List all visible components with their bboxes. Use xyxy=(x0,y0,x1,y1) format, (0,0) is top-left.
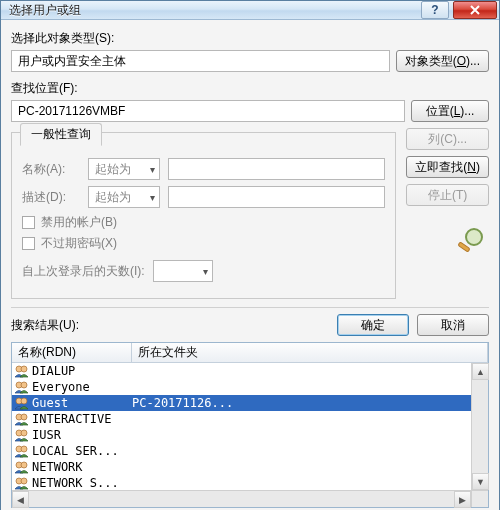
divider xyxy=(11,307,489,308)
svg-point-0 xyxy=(466,229,482,245)
user-group-icon xyxy=(14,428,30,442)
scroll-down-icon[interactable]: ▼ xyxy=(472,473,489,490)
object-type-value: 用户或内置安全主体 xyxy=(11,50,390,72)
mnemonic: N xyxy=(467,160,476,174)
table-body[interactable]: DIALUPEveryoneGuestPC-20171126...INTERAC… xyxy=(12,363,488,507)
row-name: NETWORK xyxy=(32,460,132,474)
row-name: IUSR xyxy=(32,428,132,442)
chevron-down-icon: ▾ xyxy=(203,266,208,277)
nonexpiring-password-checkbox[interactable] xyxy=(22,237,35,250)
name-label: 名称(A): xyxy=(22,161,80,178)
user-group-icon xyxy=(14,396,30,410)
table-row[interactable]: GuestPC-20171126... xyxy=(12,395,488,411)
user-group-icon xyxy=(14,476,30,490)
results-table: 名称(RDN) 所在文件夹 DIALUPEveryoneGuestPC-2017… xyxy=(11,342,489,508)
magnifier-icon xyxy=(454,227,488,253)
common-queries-group: 一般性查询 名称(A): 起始为 ▾ 描述(D): xyxy=(11,132,396,299)
col-folder-header[interactable]: 所在文件夹 xyxy=(132,343,488,362)
scrollbar-corner xyxy=(471,490,488,507)
row-name: Guest xyxy=(32,396,132,410)
days-since-logon-select[interactable]: ▾ xyxy=(153,260,213,282)
svg-point-7 xyxy=(21,398,27,404)
dialog-window: 选择用户或组 ? 选择此对象类型(S): 用户或内置安全主体 对象类型(O)..… xyxy=(0,0,500,510)
row-folder: PC-20171126... xyxy=(132,396,486,410)
table-row[interactable]: DIALUP xyxy=(12,363,488,379)
table-row[interactable]: NETWORK S... xyxy=(12,475,488,491)
search-results-label: 搜索结果(U): xyxy=(11,317,79,334)
table-row[interactable]: NETWORK xyxy=(12,459,488,475)
name-input[interactable] xyxy=(168,158,385,180)
scroll-up-icon[interactable]: ▲ xyxy=(472,363,489,380)
cancel-button[interactable]: 取消 xyxy=(417,314,489,336)
svg-point-3 xyxy=(21,366,27,372)
object-type-label: 选择此对象类型(S): xyxy=(11,30,489,47)
days-since-logon-label: 自上次登录后的天数(I): xyxy=(22,263,145,280)
find-now-button[interactable]: 立即查找(N) xyxy=(406,156,489,178)
disabled-accounts-checkbox[interactable] xyxy=(22,216,35,229)
user-group-icon xyxy=(14,444,30,458)
svg-point-15 xyxy=(21,462,27,468)
desc-label: 描述(D): xyxy=(22,189,80,206)
object-types-button[interactable]: 对象类型(O)... xyxy=(396,50,489,72)
location-label: 查找位置(F): xyxy=(11,80,489,97)
user-group-icon xyxy=(14,412,30,426)
columns-button[interactable]: 列(C)... xyxy=(406,128,489,150)
col-name-header[interactable]: 名称(RDN) xyxy=(12,343,132,362)
svg-point-17 xyxy=(21,478,27,484)
vertical-scrollbar[interactable]: ▲ ▼ xyxy=(471,363,488,490)
desc-mode-value: 起始为 xyxy=(95,189,131,206)
locations-button[interactable]: 位置(L)... xyxy=(411,100,489,122)
user-group-icon xyxy=(14,460,30,474)
row-name: INTERACTIVE xyxy=(32,412,132,426)
scroll-right-icon[interactable]: ▶ xyxy=(454,491,471,508)
horizontal-scrollbar[interactable]: ◀ ▶ xyxy=(12,490,471,507)
chevron-down-icon: ▾ xyxy=(150,192,155,203)
window-buttons: ? xyxy=(421,1,497,19)
row-name: DIALUP xyxy=(32,364,132,378)
window-title: 选择用户或组 xyxy=(9,2,421,19)
side-buttons: 列(C)... 立即查找(N) 停止(T) xyxy=(406,128,489,299)
user-group-icon xyxy=(14,380,30,394)
table-row[interactable]: LOCAL SER... xyxy=(12,443,488,459)
location-value: PC-20171126VMBF xyxy=(11,100,405,122)
row-name: NETWORK S... xyxy=(32,476,132,490)
name-mode-value: 起始为 xyxy=(95,161,131,178)
scroll-left-icon[interactable]: ◀ xyxy=(12,491,29,508)
titlebar: 选择用户或组 ? xyxy=(1,1,499,20)
dialog-content: 选择此对象类型(S): 用户或内置安全主体 对象类型(O)... 查找位置(F)… xyxy=(1,20,499,510)
svg-point-11 xyxy=(21,430,27,436)
table-row[interactable]: Everyone xyxy=(12,379,488,395)
nonexpiring-password-label: 不过期密码(X) xyxy=(41,235,117,252)
close-button[interactable] xyxy=(453,1,497,19)
desc-mode-select[interactable]: 起始为 ▾ xyxy=(88,186,160,208)
disabled-accounts-label: 禁用的帐户(B) xyxy=(41,214,117,231)
query-area: 一般性查询 名称(A): 起始为 ▾ 描述(D): xyxy=(11,128,489,299)
common-queries-tab[interactable]: 一般性查询 xyxy=(20,123,102,146)
table-row[interactable]: IUSR xyxy=(12,427,488,443)
stop-button[interactable]: 停止(T) xyxy=(406,184,489,206)
mnemonic: O xyxy=(457,54,466,68)
svg-point-9 xyxy=(21,414,27,420)
name-mode-select[interactable]: 起始为 ▾ xyxy=(88,158,160,180)
close-icon xyxy=(469,5,481,15)
row-name: LOCAL SER... xyxy=(32,444,132,458)
chevron-down-icon: ▾ xyxy=(150,164,155,175)
desc-input[interactable] xyxy=(168,186,385,208)
svg-point-13 xyxy=(21,446,27,452)
help-button[interactable]: ? xyxy=(421,1,449,19)
ok-button[interactable]: 确定 xyxy=(337,314,409,336)
table-row[interactable]: INTERACTIVE xyxy=(12,411,488,427)
svg-point-5 xyxy=(21,382,27,388)
search-decoration xyxy=(453,226,489,254)
mnemonic: L xyxy=(454,104,461,118)
table-header: 名称(RDN) 所在文件夹 xyxy=(12,343,488,363)
user-group-icon xyxy=(14,364,30,378)
row-name: Everyone xyxy=(32,380,132,394)
